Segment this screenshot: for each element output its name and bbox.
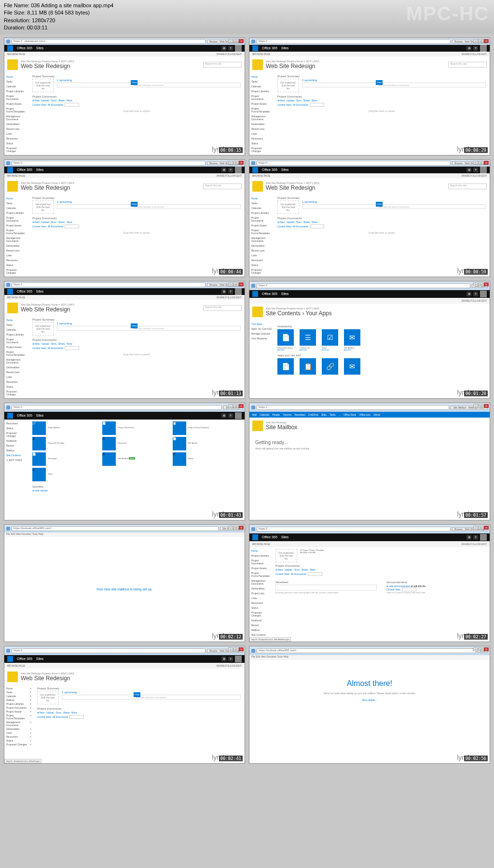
thumbnail-11: −□× https://...Browse - Web Site Redesig… [4, 646, 245, 764]
nav-mgmt[interactable]: Management Documents [6, 114, 27, 121]
site-title: Web Site Redesign [21, 63, 74, 70]
sync-button[interactable]: Sync [51, 99, 56, 102]
getting-ready-sub: We're still getting your site mailbox up… [255, 447, 484, 450]
almost-there-heading: Almost there! [249, 679, 490, 688]
nav-calendar[interactable]: Calendar [6, 84, 27, 88]
status-bar-url: https://...sharepoint.com/...Site Mailbo… [249, 637, 291, 642]
thumbnail-9: −□× https://outlook.office365.com/...Sit… [4, 524, 245, 642]
minimize-button[interactable]: − [228, 39, 233, 43]
mailbox-title: Site Mailbox [266, 424, 297, 431]
file-info-header: File Name: 036 Adding a site mailbox app… [0, 0, 494, 34]
main-content: Project Summary Get organized. Edit the … [28, 73, 245, 155]
nav-deliv[interactable]: Deliverables [6, 122, 27, 126]
more-button[interactable]: More [67, 99, 72, 102]
upload-button[interactable]: Upload [41, 99, 49, 102]
close-button[interactable]: × [239, 39, 244, 43]
url-bar[interactable]: https://...sharepoint.com/... [12, 39, 206, 44]
app-tile-doclib[interactable]: 📄Document LibraryApp Details [277, 329, 297, 351]
docs-toolbar: ⊕New Upload Sync Share More [32, 99, 241, 102]
o365-suite-bar: Office 365 Sites ⚙ ? [4, 45, 245, 52]
thumbnail-2: −□× https://...Browse - Web Site Redesig… [249, 38, 490, 155]
thumbnail-12: −□× https://outlook.office365.com/...Err… [249, 646, 490, 764]
mailbox-top-nav: Mail Calendar People Yammer Newsfeed One… [249, 412, 490, 418]
new-button[interactable]: ⊕New [32, 99, 40, 102]
thumbnail-6: −□× https://...Your Apps Office 365Sites… [249, 281, 490, 399]
setup-message: Your new site mailbox is being set up. [4, 537, 245, 642]
nav-forms[interactable]: Project Forms/Templates [6, 107, 27, 113]
thumbnail-5: −□× https://...Browse - Web Site Redesig… [4, 281, 245, 399]
app-tile-sitemailbox[interactable]: ✉Site MailboxApp Details [344, 329, 363, 351]
help-icon[interactable]: ? [228, 46, 233, 51]
almost-there-sub: We're not quite done setting up your sit… [249, 692, 490, 695]
timestamp: 00:00:15 [219, 147, 243, 153]
drag-hint: Drag files here to upload [32, 110, 241, 112]
more-details-link[interactable]: More details... [249, 699, 490, 701]
thumbnail-10: −□× https://...Browse - Web Site Redesig… [249, 524, 490, 642]
thumbnail-3: −□× https://...Browse - Web Site Redesig… [4, 159, 245, 277]
thumbnail-8: −□× https://...Site Mailbox - Web Site R… [249, 403, 490, 520]
back-icon[interactable] [6, 40, 10, 43]
today-marker: Today [131, 80, 138, 85]
page-title: Site Contents › Your Apps [266, 310, 332, 317]
nav-recent[interactable]: Recent Lists [6, 127, 27, 131]
settings-icon[interactable]: ⚙ [221, 46, 226, 51]
docs-heading: Project Documents [32, 95, 241, 98]
mpc-hc-watermark: MPC-HC [406, 0, 489, 27]
nav-mail[interactable]: Mail [252, 413, 257, 416]
timeline-bar[interactable]: Today Add tasks with dates to the timeli… [57, 83, 241, 87]
nav-links[interactable]: Links [6, 132, 27, 136]
browser-chrome: https://...sharepoint.com/... Browse - W… [4, 38, 245, 45]
can-add-heading: Apps you can add [277, 354, 486, 357]
app-launcher-icon[interactable] [7, 45, 13, 51]
search-input[interactable]: Search this site [203, 62, 242, 68]
share-button[interactable]: Share [58, 99, 65, 102]
upcoming-count: 1 upcoming [57, 79, 241, 82]
app-tile-customlist[interactable]: ☰Custom ListApp Details [300, 329, 319, 351]
summary-heading: Project Summary [32, 75, 241, 78]
o365-app[interactable]: Sites [36, 46, 44, 50]
nav-tasks[interactable]: Tasks [6, 80, 27, 84]
subsites-heading: Subsites [32, 485, 241, 488]
quick-launch-sidebar: Home Tasks Calendar Project Libraries Pr… [4, 73, 28, 155]
nav-res[interactable]: Resources [6, 137, 27, 140]
nav-assets[interactable]: Project Assets [6, 102, 27, 106]
site-logo [7, 59, 18, 70]
view-dropdown[interactable]: All Documents [48, 103, 63, 106]
ribbon-right[interactable]: SHARE FOLLOW EDIT [216, 53, 242, 56]
user-avatar[interactable] [235, 45, 242, 52]
app-tile-tasks[interactable]: ☑TasksApp Details [322, 329, 341, 351]
view-bar: Current View All Documents [32, 103, 241, 107]
thumbnail-1: −□× https://...sharepoint.com/... Browse… [4, 38, 245, 155]
plus-icon: ⊕ [32, 99, 34, 102]
site-header: Web Site Redesign Projects Home ✎ EDIT L… [4, 56, 245, 73]
newsfeed-heading: Newsfeed [275, 581, 377, 584]
announcements-heading: Announcements [386, 581, 488, 584]
nav-libraries[interactable]: Project Libraries [6, 89, 27, 93]
view-label: Current View [32, 103, 46, 106]
o365-brand: Office 365 [17, 46, 32, 50]
thumbnail-4: −□× https://...Browse - Web Site Redesig… [249, 159, 490, 277]
get-organized-tile[interactable]: Get organized. Edit the task list. [32, 79, 54, 92]
find-file-input[interactable] [65, 103, 79, 107]
maximize-button[interactable]: □ [233, 39, 238, 43]
newsfeed-input[interactable] [275, 585, 377, 590]
thumbnail-grid: −□× https://...sharepoint.com/... Browse… [0, 34, 494, 768]
ribbon-bar: BROWSE PAGE SHARE FOLLOW EDIT [4, 52, 245, 56]
noteworthy-heading: Noteworthy [277, 325, 486, 328]
site-mailbox-item[interactable]: ✉Site Mailbox new! [102, 452, 170, 466]
timeline: 1 upcoming Today Add tasks with dates to… [57, 79, 241, 87]
nav-docs[interactable]: Project Documents [6, 94, 27, 101]
content-item[interactable]: 🔗Project Assets [32, 421, 100, 435]
nav-home[interactable]: Home [6, 75, 27, 79]
nav-status[interactable]: Status [6, 141, 27, 145]
thumbnail-7: −□× https://...Site Contents Office 365S… [4, 403, 245, 520]
apps-sidebar: Your Apps Apps You Can Add Manage Licens… [249, 320, 274, 398]
new-subsite-link[interactable]: ⊕ new subsite [32, 489, 241, 492]
getting-ready-heading: Getting ready... [255, 440, 484, 445]
delete-icon[interactable]: × [30, 687, 31, 690]
nav-changes[interactable]: Proposed Changes [6, 146, 27, 153]
ribbon-left[interactable]: BROWSE PAGE [7, 53, 25, 56]
